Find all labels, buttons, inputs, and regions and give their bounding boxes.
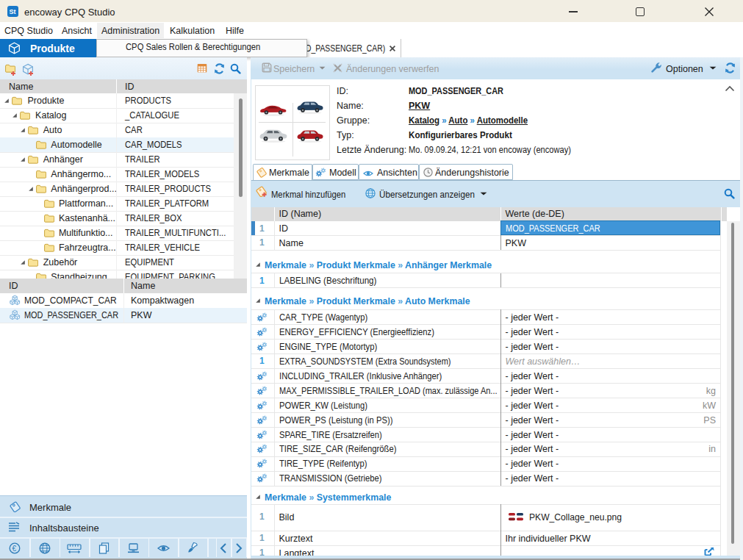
svg-text:€: € (12, 545, 16, 553)
